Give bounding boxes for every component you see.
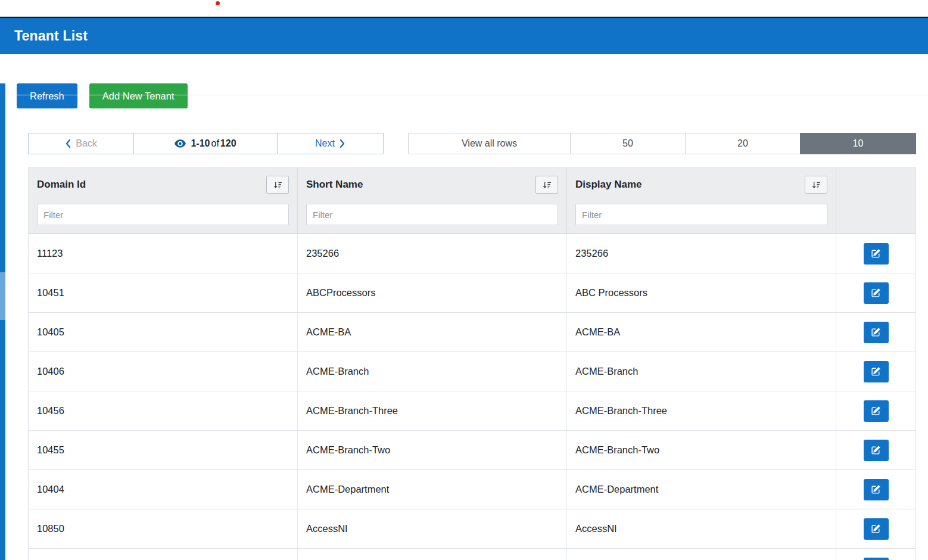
cell-short-name: AccessNI [298, 509, 567, 548]
add-new-tenant-button[interactable]: Add New Tenant [89, 83, 188, 108]
cell-actions [836, 352, 915, 391]
page-range: 1-10of120 [133, 133, 278, 154]
sort-icon [812, 181, 821, 189]
cell-actions [836, 234, 915, 273]
refresh-button[interactable]: Refresh [17, 83, 77, 108]
page-size-20[interactable]: 20 [685, 133, 801, 154]
filter-cell [567, 201, 836, 234]
column-label: Display Name [575, 179, 642, 191]
edit-button[interactable] [864, 243, 889, 265]
back-button[interactable]: Back [28, 133, 134, 154]
cell-display-name: 235266 [567, 234, 836, 273]
table-header: Domain Id Short Name Display Name [29, 168, 915, 234]
pagination-controls: Back 1-10of120 Next View all rows 50 20 … [28, 133, 916, 154]
table-row: 10406 ACME-Branch ACME-Branch [29, 352, 915, 391]
edit-icon [871, 248, 881, 259]
app-header: Tenant List [0, 18, 928, 54]
cell-display-name [567, 549, 836, 560]
cell-short-name: ACME-BA [298, 313, 567, 351]
table-row [29, 549, 915, 560]
edit-button[interactable] [864, 518, 889, 540]
page-size-view-all[interactable]: View all rows [408, 133, 571, 154]
cell-display-name: ACME-Branch-Two [567, 431, 836, 469]
cell-actions [836, 273, 915, 312]
cell-actions [836, 549, 915, 560]
range-of: of [211, 138, 219, 148]
table-body: 11123 235266 235266 10451 ABCProcessors … [29, 234, 915, 560]
chevron-right-icon [340, 139, 345, 148]
table-row: 10456 ACME-Branch-Three ACME-Branch-Thre… [29, 391, 915, 431]
filter-input-domain-id[interactable] [37, 204, 289, 225]
cell-domain-id: 10404 [29, 470, 298, 509]
page-size-50[interactable]: 50 [570, 133, 686, 154]
eye-icon [175, 139, 186, 148]
range-from: 1-10 [191, 138, 210, 148]
edit-button[interactable] [864, 282, 889, 304]
next-label: Next [315, 138, 335, 149]
table-row: 10404 ACME-Department ACME-Department [29, 470, 915, 509]
cell-short-name [298, 549, 567, 560]
edit-button[interactable] [864, 322, 889, 343]
filter-cell [298, 201, 567, 234]
edit-button[interactable] [864, 479, 889, 500]
sort-icon [273, 181, 282, 189]
edit-icon [871, 445, 881, 455]
cell-actions [836, 431, 915, 469]
cell-domain-id: 10451 [29, 273, 298, 312]
recording-dot-icon [216, 1, 220, 5]
edit-button[interactable] [864, 361, 889, 382]
left-accent-bar [0, 83, 5, 560]
cell-actions [836, 509, 915, 548]
edit-button[interactable] [864, 440, 889, 461]
cell-short-name: ACME-Department [298, 470, 567, 509]
pager: Back 1-10of120 Next [28, 133, 384, 154]
cell-actions [836, 470, 915, 509]
edit-icon [871, 524, 881, 534]
edit-icon [871, 484, 881, 494]
edit-icon [871, 288, 881, 298]
table-row: 10451 ABCProcessors ABC Processors [29, 273, 915, 313]
page-size-10[interactable]: 10 [800, 133, 916, 154]
panel-top-border [12, 95, 928, 95]
next-button[interactable]: Next [277, 133, 384, 154]
sort-icon [543, 181, 552, 189]
column-header-display-name: Display Name [567, 168, 836, 201]
edit-icon [871, 327, 881, 337]
column-header-short-name: Short Name [298, 168, 567, 201]
cell-short-name: 235266 [298, 234, 567, 273]
cell-actions [836, 391, 915, 430]
cell-short-name: ACME-Branch [298, 352, 567, 391]
cell-display-name: ACME-BA [567, 313, 836, 351]
cell-actions [836, 313, 915, 351]
filter-input-short-name[interactable] [306, 204, 558, 225]
column-header-actions [836, 168, 915, 201]
chevron-left-icon [65, 139, 71, 148]
cell-domain-id: 10455 [29, 431, 298, 469]
page-size-selector: View all rows 50 20 10 [408, 133, 916, 154]
edit-button[interactable] [864, 558, 889, 560]
left-accent-highlight [0, 272, 5, 320]
page-title: Tenant List [14, 28, 88, 44]
filter-cell-actions [836, 201, 915, 234]
sort-button-short-name[interactable] [535, 176, 558, 194]
browser-top-strip [0, 0, 928, 18]
cell-display-name: ACME-Branch [567, 352, 836, 391]
tenant-table: Domain Id Short Name Display Name [28, 167, 916, 560]
sort-button-domain-id[interactable] [266, 176, 289, 194]
sort-button-display-name[interactable] [805, 176, 827, 194]
cell-domain-id: 10456 [29, 391, 298, 430]
filter-cell [29, 201, 298, 234]
page-body: Refresh Add New Tenant Back 1-10of120 Ne… [0, 83, 928, 560]
table-row: 10850 AccessNI AccessNI [29, 509, 915, 549]
edit-icon [871, 366, 881, 377]
cell-domain-id [29, 549, 298, 560]
cell-display-name: ACME-Branch-Three [567, 391, 836, 430]
cell-short-name: ACME-Branch-Three [298, 391, 567, 430]
table-row: 11123 235266 235266 [29, 234, 915, 273]
cell-domain-id: 10406 [29, 352, 298, 391]
edit-button[interactable] [864, 400, 889, 422]
cell-domain-id: 10850 [29, 509, 298, 548]
cell-short-name: ACME-Branch-Two [298, 431, 567, 469]
cell-display-name: ABC Processors [567, 273, 836, 312]
filter-input-display-name[interactable] [575, 204, 827, 225]
